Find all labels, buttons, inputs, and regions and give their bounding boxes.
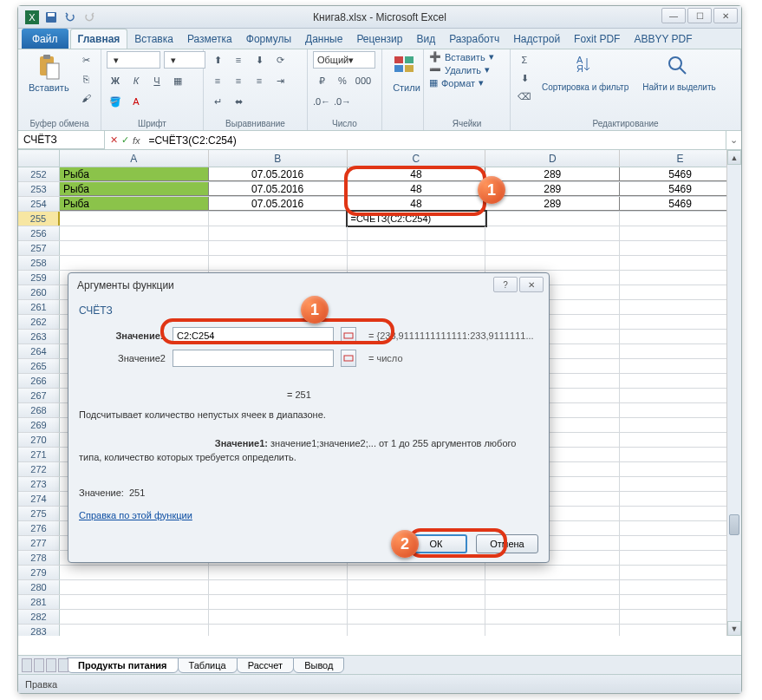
row-header[interactable]: 259 <box>18 271 60 285</box>
row-header[interactable]: 274 <box>18 492 60 506</box>
cell[interactable]: 48 <box>348 167 486 181</box>
tab-foxit[interactable]: Foxit PDF <box>567 29 627 49</box>
row-header[interactable]: 281 <box>18 595 60 609</box>
cell[interactable] <box>620 625 741 636</box>
cell[interactable] <box>620 330 741 343</box>
merge-icon[interactable]: ⬌ <box>230 93 247 110</box>
cell[interactable] <box>620 271 741 285</box>
redo-icon[interactable] <box>82 10 96 24</box>
row-header[interactable]: 266 <box>18 374 60 388</box>
row-header[interactable]: 262 <box>18 315 60 329</box>
cut-icon[interactable]: ✂ <box>78 51 95 69</box>
cell[interactable] <box>620 300 741 314</box>
fill-color-icon[interactable]: 🪣 <box>107 93 124 110</box>
cell[interactable] <box>485 212 620 226</box>
tab-review[interactable]: Рецензир <box>349 29 409 49</box>
cell[interactable]: Рыба <box>60 167 209 181</box>
row-header[interactable]: 282 <box>18 610 60 624</box>
row-header[interactable]: 256 <box>18 226 60 240</box>
row-header[interactable]: 275 <box>18 507 60 520</box>
cells-delete[interactable]: ➖Удалить ▾ <box>429 64 490 75</box>
currency-icon[interactable]: ₽ <box>313 72 330 89</box>
cell[interactable] <box>485 566 620 579</box>
cell[interactable] <box>348 226 486 240</box>
active-cell[interactable]: =СЧЁТЗ(C2:C254) <box>348 212 486 226</box>
cell[interactable] <box>209 256 348 270</box>
save-icon[interactable] <box>44 10 58 24</box>
row-header[interactable]: 277 <box>18 536 60 550</box>
cell[interactable] <box>485 625 620 636</box>
cells-format[interactable]: ▦Формат ▾ <box>429 77 484 88</box>
cell[interactable] <box>485 595 620 609</box>
cell[interactable] <box>209 610 348 624</box>
cancel-formula-icon[interactable]: ✕ <box>110 134 118 146</box>
row-header[interactable]: 276 <box>18 521 60 535</box>
col-header-b[interactable]: B <box>209 150 348 167</box>
tab-developer[interactable]: Разработч <box>442 29 506 49</box>
cell[interactable]: 07.05.2016 <box>209 167 348 181</box>
increase-decimal-icon[interactable]: .0← <box>313 93 330 110</box>
expand-formula-bar[interactable]: ⌄ <box>726 131 741 149</box>
fill-icon[interactable]: ⬇ <box>516 69 533 87</box>
enter-formula-icon[interactable]: ✓ <box>121 134 129 146</box>
cell[interactable]: 48 <box>348 182 486 196</box>
col-header-d[interactable]: D <box>485 150 620 167</box>
cell[interactable] <box>60 256 209 270</box>
vertical-scrollbar[interactable]: ▲ ▼ <box>726 150 741 636</box>
select-all-corner[interactable] <box>18 150 60 167</box>
row-header[interactable]: 268 <box>18 403 60 417</box>
cell[interactable] <box>60 212 209 226</box>
cell[interactable] <box>620 418 741 432</box>
cell[interactable] <box>209 226 348 240</box>
maximize-button[interactable]: ☐ <box>687 8 712 23</box>
font-name-combo[interactable]: ▾ <box>107 51 160 69</box>
row-header[interactable]: 279 <box>18 566 60 579</box>
font-size-combo[interactable]: ▾ <box>164 51 205 69</box>
number-format-combo[interactable]: Общий ▾ <box>313 51 375 69</box>
scroll-down-icon[interactable]: ▼ <box>727 621 741 636</box>
formula-input[interactable] <box>146 131 726 149</box>
cell[interactable]: 5469 <box>620 167 741 181</box>
cell[interactable] <box>620 389 741 402</box>
cell[interactable] <box>620 256 741 270</box>
comma-icon[interactable]: 000 <box>355 72 372 89</box>
cancel-button[interactable]: Отмена <box>476 534 538 553</box>
row-header[interactable]: 264 <box>18 344 60 358</box>
tab-addins[interactable]: Надстрой <box>506 29 567 49</box>
cell[interactable] <box>348 256 486 270</box>
dialog-help-button[interactable]: ? <box>493 277 518 292</box>
row-header[interactable]: 261 <box>18 300 60 314</box>
scroll-up-icon[interactable]: ▲ <box>727 150 741 165</box>
cell[interactable] <box>620 507 741 520</box>
align-top-icon[interactable]: ⬆ <box>209 51 226 69</box>
italic-icon[interactable]: К <box>127 72 145 89</box>
scroll-thumb[interactable] <box>729 514 739 535</box>
minimize-button[interactable]: — <box>661 8 686 23</box>
cell[interactable] <box>620 580 741 594</box>
row-header[interactable]: 270 <box>18 433 60 447</box>
cell[interactable]: 289 <box>485 167 620 181</box>
function-help-link[interactable]: Справка по этой функции <box>79 510 192 520</box>
col-header-a[interactable]: A <box>60 150 209 167</box>
row-header[interactable]: 269 <box>18 418 60 432</box>
styles-button[interactable]: Стили <box>388 51 426 95</box>
row-header[interactable]: 254 <box>18 197 60 211</box>
cell[interactable] <box>620 566 741 579</box>
align-right-icon[interactable]: ≡ <box>251 72 268 89</box>
row-header[interactable]: 252 <box>18 167 60 181</box>
cell[interactable] <box>620 433 741 447</box>
cell[interactable] <box>485 241 620 255</box>
cell[interactable] <box>485 226 620 240</box>
cell[interactable] <box>620 359 741 373</box>
sheet-tab[interactable]: Таблица <box>178 657 238 673</box>
row-header[interactable]: 272 <box>18 462 60 476</box>
fx-icon[interactable]: fx <box>133 135 140 146</box>
cell[interactable] <box>209 595 348 609</box>
orientation-icon[interactable]: ⟳ <box>271 51 289 69</box>
arg1-refedit-icon[interactable] <box>341 327 356 344</box>
row-header[interactable]: 271 <box>18 448 60 461</box>
row-header[interactable]: 267 <box>18 389 60 402</box>
cell[interactable] <box>620 595 741 609</box>
arg1-input[interactable] <box>173 327 334 344</box>
col-header-e[interactable]: E <box>620 150 741 167</box>
